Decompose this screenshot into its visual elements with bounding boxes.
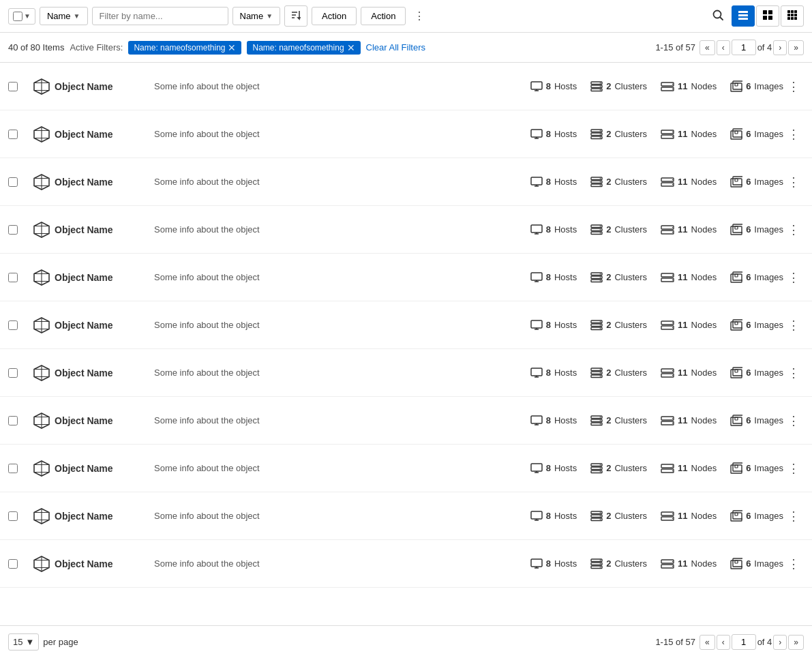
svg-rect-36 [735, 83, 738, 86]
row-desc-6: Some info about the object [143, 368, 530, 378]
row-check-3[interactable] [8, 225, 18, 235]
first-page-button-top[interactable]: « [700, 40, 715, 55]
row-actions-8[interactable]: ⋮ [783, 458, 804, 479]
sort-name-select[interactable]: Name ▼ [40, 7, 88, 25]
nodes-label: Nodes [691, 224, 717, 235]
row-actions-0[interactable]: ⋮ [783, 76, 804, 97]
sort-field-select[interactable]: Name ▼ [232, 7, 281, 25]
row-clusters-0: 2 Clusters [590, 81, 647, 92]
row-actions-5[interactable]: ⋮ [783, 315, 804, 335]
row-object-icon-7 [29, 411, 55, 430]
row-actions-3[interactable]: ⋮ [783, 220, 804, 240]
svg-point-187 [600, 559, 601, 560]
clusters-label: Clusters [614, 511, 647, 521]
row-checkbox-2[interactable] [8, 177, 29, 187]
row-check-2[interactable] [8, 177, 18, 187]
row-checkbox-7[interactable] [8, 416, 29, 425]
row-check-9[interactable] [8, 511, 18, 521]
toolbar-kebab-button[interactable]: ⋮ [410, 6, 429, 26]
clear-all-filters[interactable]: Clear All Filters [366, 42, 425, 53]
row-check-5[interactable] [8, 320, 18, 330]
row-actions-10[interactable]: ⋮ [783, 554, 804, 574]
svg-point-124 [600, 372, 601, 373]
row-actions-9[interactable]: ⋮ [783, 506, 804, 526]
svg-rect-62 [661, 178, 674, 181]
images-label: Images [754, 368, 783, 378]
row-checkbox-4[interactable] [8, 273, 29, 282]
row-checkbox-1[interactable] [8, 130, 29, 139]
action1-button[interactable]: Action [312, 7, 357, 25]
row-kebab-button-10[interactable]: ⋮ [785, 554, 802, 574]
row-object-icon-9 [29, 507, 55, 526]
row-checkbox-0[interactable] [8, 82, 29, 91]
filter-tag-1-remove[interactable]: ✕ [228, 43, 236, 53]
view-list-button[interactable] [732, 5, 755, 27]
row-kebab-button-1[interactable]: ⋮ [785, 124, 802, 145]
filter-tag-1[interactable]: Name: nameofsomething ✕ [128, 41, 241, 55]
row-actions-7[interactable]: ⋮ [783, 410, 804, 431]
page-input-top[interactable] [732, 40, 756, 55]
prev-page-button-top[interactable]: ‹ [717, 40, 730, 55]
row-checkbox-8[interactable] [8, 464, 29, 473]
row-check-8[interactable] [8, 464, 18, 473]
row-kebab-button-5[interactable]: ⋮ [785, 315, 802, 335]
row-kebab-button-0[interactable]: ⋮ [785, 76, 802, 97]
svg-rect-196 [735, 560, 738, 563]
svg-point-77 [600, 232, 601, 233]
row-checkbox-3[interactable] [8, 225, 29, 235]
last-page-button-top[interactable]: » [788, 40, 804, 55]
row-check-7[interactable] [8, 416, 18, 425]
row-check-6[interactable] [8, 368, 18, 378]
sort-field-label: Name [240, 11, 264, 21]
row-desc-9: Some info about the object [143, 511, 530, 521]
nodes-count: 11 [678, 320, 687, 330]
row-kebab-button-9[interactable]: ⋮ [785, 506, 802, 526]
monitor-icon [530, 81, 543, 92]
row-clusters-7: 2 Clusters [590, 415, 647, 426]
filter-tag-2[interactable]: Name: nameofsomething ✕ [247, 41, 360, 55]
row-check-4[interactable] [8, 273, 18, 282]
row-checkbox-6[interactable] [8, 368, 29, 378]
image-icon [730, 80, 742, 93]
cluster-icon [590, 463, 603, 474]
sort-direction-button[interactable] [284, 5, 307, 27]
sort-icon [290, 10, 301, 20]
row-check-1[interactable] [8, 130, 18, 139]
images-count: 6 [746, 81, 751, 91]
row-check-10[interactable] [8, 559, 18, 569]
action2-button[interactable]: Action [361, 7, 406, 25]
svg-point-144 [672, 417, 674, 419]
row-actions-1[interactable]: ⋮ [783, 124, 804, 145]
row-kebab-button-4[interactable]: ⋮ [785, 267, 802, 288]
filter-tag-2-remove[interactable]: ✕ [347, 43, 355, 53]
next-page-button-top[interactable]: › [773, 40, 787, 55]
hosts-label: Hosts [554, 320, 577, 330]
row-actions-6[interactable]: ⋮ [783, 363, 804, 383]
list-row: Object Name Some info about the object 8… [0, 540, 812, 588]
row-kebab-button-6[interactable]: ⋮ [785, 363, 802, 383]
row-kebab-button-3[interactable]: ⋮ [785, 220, 802, 240]
monitor-icon [530, 320, 543, 331]
row-images-8: 6 Images [730, 462, 783, 475]
nodes-count: 11 [678, 463, 687, 473]
row-check-0[interactable] [8, 82, 18, 91]
view-table-button[interactable] [781, 5, 804, 27]
row-kebab-button-8[interactable]: ⋮ [785, 458, 802, 479]
view-card-button[interactable] [756, 5, 779, 27]
select-all-checkbox[interactable] [13, 12, 22, 21]
row-kebab-button-7[interactable]: ⋮ [785, 410, 802, 431]
row-checkbox-5[interactable] [8, 320, 29, 330]
images-count: 6 [746, 129, 751, 139]
clusters-count: 2 [606, 272, 611, 282]
row-kebab-button-2[interactable]: ⋮ [785, 172, 802, 192]
svg-point-192 [672, 560, 674, 562]
bulk-select[interactable]: ▼ [8, 8, 35, 25]
filter-input[interactable] [92, 7, 228, 25]
search-button[interactable] [708, 5, 727, 27]
row-actions-2[interactable]: ⋮ [783, 172, 804, 192]
row-checkbox-9[interactable] [8, 511, 29, 521]
row-actions-4[interactable]: ⋮ [783, 267, 804, 288]
svg-point-48 [672, 131, 674, 132]
svg-point-123 [600, 368, 601, 370]
row-checkbox-10[interactable] [8, 559, 29, 569]
